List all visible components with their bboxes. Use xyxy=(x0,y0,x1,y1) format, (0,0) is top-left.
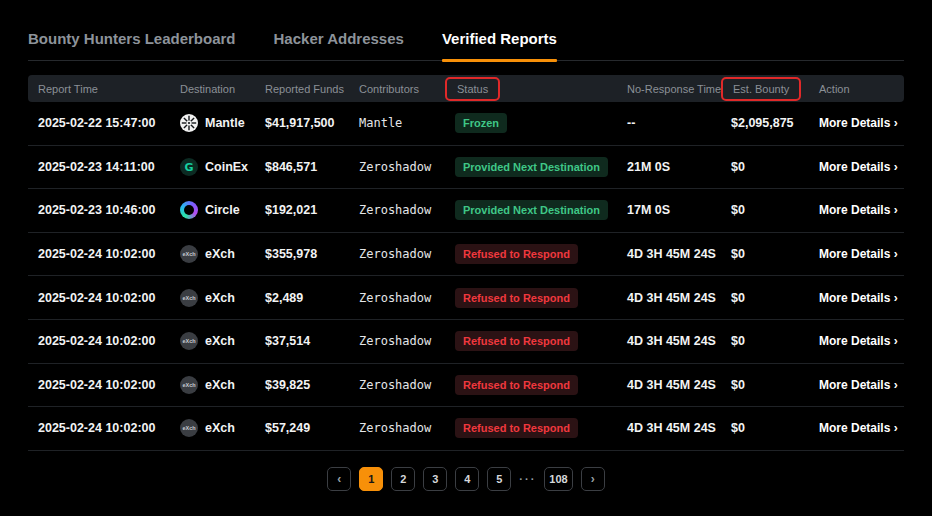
tab-bar: Bounty Hunters Leaderboard Hacker Addres… xyxy=(28,30,904,61)
destination-name: Mantle xyxy=(205,116,245,130)
est-bounty: $2,095,875 xyxy=(731,116,819,130)
more-details-link[interactable]: More Details › xyxy=(819,334,904,348)
more-details-link[interactable]: More Details › xyxy=(819,247,904,261)
more-details-link[interactable]: More Details › xyxy=(819,116,904,130)
status-badge: Refused to Respond xyxy=(455,288,578,308)
destination-cell: eXcheXch xyxy=(180,245,265,263)
exch-logo-icon: eXch xyxy=(180,376,198,394)
column-header-reported-funds: Reported Funds xyxy=(265,83,359,95)
destination-name: eXch xyxy=(205,378,235,392)
column-header-no-response-time: No-Response Time xyxy=(627,83,731,95)
column-header-report-time: Report Time xyxy=(38,83,180,95)
est-bounty: $0 xyxy=(731,291,819,305)
est-bounty: $0 xyxy=(731,203,819,217)
destination-cell: Mantle xyxy=(180,114,265,132)
verified-reports-page: Bounty Hunters Leaderboard Hacker Addres… xyxy=(0,30,932,516)
destination-name: CoinEx xyxy=(205,160,248,174)
reported-funds: $2,489 xyxy=(265,291,359,305)
destination-name: eXch xyxy=(205,421,235,435)
reported-funds: $355,978 xyxy=(265,247,359,261)
reported-funds: $57,249 xyxy=(265,421,359,435)
column-header-contributors: Contributors xyxy=(359,83,455,95)
contributors: Zeroshadow xyxy=(359,378,455,392)
contributors: Zeroshadow xyxy=(359,334,455,348)
status-cell: Refused to Respond xyxy=(455,375,627,395)
status-badge: Refused to Respond xyxy=(455,375,578,395)
svg-text:G: G xyxy=(184,161,193,174)
more-details-link[interactable]: More Details › xyxy=(819,160,904,174)
report-time: 2025-02-24 10:02:00 xyxy=(38,291,180,305)
mantle-logo-icon xyxy=(180,114,198,132)
red-annotation-box: Status xyxy=(445,77,500,101)
exch-logo-icon: eXch xyxy=(180,289,198,307)
est-bounty: $0 xyxy=(731,247,819,261)
verified-reports-table: Report TimeDestinationReported FundsCont… xyxy=(28,75,904,451)
status-cell: Refused to Respond xyxy=(455,244,627,264)
red-annotation-box: Est. Bounty xyxy=(721,77,801,101)
report-time: 2025-02-22 15:47:00 xyxy=(38,116,180,130)
table-header-row: Report TimeDestinationReported FundsCont… xyxy=(28,75,904,102)
pagination-page-4[interactable]: 4 xyxy=(455,467,479,491)
destination-cell: Circle xyxy=(180,201,265,219)
report-time: 2025-02-23 14:11:00 xyxy=(38,160,180,174)
status-badge: Refused to Respond xyxy=(455,418,578,438)
circle-logo-icon xyxy=(180,201,198,219)
contributors: Zeroshadow xyxy=(359,421,455,435)
no-response-time: 17M 0S xyxy=(627,203,731,217)
contributors: Zeroshadow xyxy=(359,203,455,217)
est-bounty: $0 xyxy=(731,334,819,348)
tab-bounty-hunters-leaderboard[interactable]: Bounty Hunters Leaderboard xyxy=(28,30,236,47)
destination-cell: eXcheXch xyxy=(180,289,265,307)
destination-cell: eXcheXch xyxy=(180,332,265,350)
status-cell: Frozen xyxy=(455,113,627,133)
reported-funds: $192,021 xyxy=(265,203,359,217)
table-body: 2025-02-22 15:47:00Mantle$41,917,500Mant… xyxy=(28,102,904,451)
more-details-link[interactable]: More Details › xyxy=(819,421,904,435)
destination-cell: eXcheXch xyxy=(180,376,265,394)
tab-verified-reports[interactable]: Verified Reports xyxy=(442,30,557,47)
reported-funds: $41,917,500 xyxy=(265,116,359,130)
destination-cell: GCoinEx xyxy=(180,158,265,176)
column-header-destination: Destination xyxy=(180,83,265,95)
pagination-page-2[interactable]: 2 xyxy=(391,467,415,491)
contributors: Mantle xyxy=(359,116,455,130)
reported-funds: $37,514 xyxy=(265,334,359,348)
table-row: 2025-02-24 10:02:00eXcheXch$355,978Zeros… xyxy=(28,233,904,277)
no-response-time: 4D 3H 45M 24S xyxy=(627,247,731,261)
status-cell: Refused to Respond xyxy=(455,331,627,351)
column-header-est-bounty: Est. Bounty xyxy=(731,81,819,97)
exch-logo-icon: eXch xyxy=(180,332,198,350)
column-header-status: Status xyxy=(455,81,627,97)
column-header-action: Action xyxy=(819,83,904,95)
table-row: 2025-02-23 10:46:00Circle$192,021Zerosha… xyxy=(28,189,904,233)
status-badge: Provided Next Destination xyxy=(455,200,608,220)
status-cell: Refused to Respond xyxy=(455,418,627,438)
pagination-prev-button[interactable]: ‹ xyxy=(327,467,351,491)
pagination-page-1[interactable]: 1 xyxy=(359,467,383,491)
est-bounty: $0 xyxy=(731,378,819,392)
est-bounty: $0 xyxy=(731,160,819,174)
tab-hacker-addresses[interactable]: Hacker Addresses xyxy=(274,30,404,47)
no-response-time: -- xyxy=(627,116,731,130)
pagination: ‹12345···108› xyxy=(0,467,932,491)
contributors: Zeroshadow xyxy=(359,247,455,261)
status-badge: Refused to Respond xyxy=(455,244,578,264)
exch-logo-icon: eXch xyxy=(180,419,198,437)
pagination-page-3[interactable]: 3 xyxy=(423,467,447,491)
destination-cell: eXcheXch xyxy=(180,419,265,437)
status-cell: Provided Next Destination xyxy=(455,157,627,177)
more-details-link[interactable]: More Details › xyxy=(819,378,904,392)
no-response-time: 21M 0S xyxy=(627,160,731,174)
more-details-link[interactable]: More Details › xyxy=(819,291,904,305)
destination-name: eXch xyxy=(205,334,235,348)
pagination-page-108[interactable]: 108 xyxy=(544,467,572,491)
table-row: 2025-02-22 15:47:00Mantle$41,917,500Mant… xyxy=(28,102,904,146)
pagination-next-button[interactable]: › xyxy=(581,467,605,491)
table-row: 2025-02-24 10:02:00eXcheXch$39,825Zerosh… xyxy=(28,364,904,408)
destination-name: eXch xyxy=(205,247,235,261)
status-badge: Provided Next Destination xyxy=(455,157,608,177)
status-badge: Refused to Respond xyxy=(455,331,578,351)
pagination-page-5[interactable]: 5 xyxy=(487,467,511,491)
more-details-link[interactable]: More Details › xyxy=(819,203,904,217)
report-time: 2025-02-24 10:02:00 xyxy=(38,421,180,435)
